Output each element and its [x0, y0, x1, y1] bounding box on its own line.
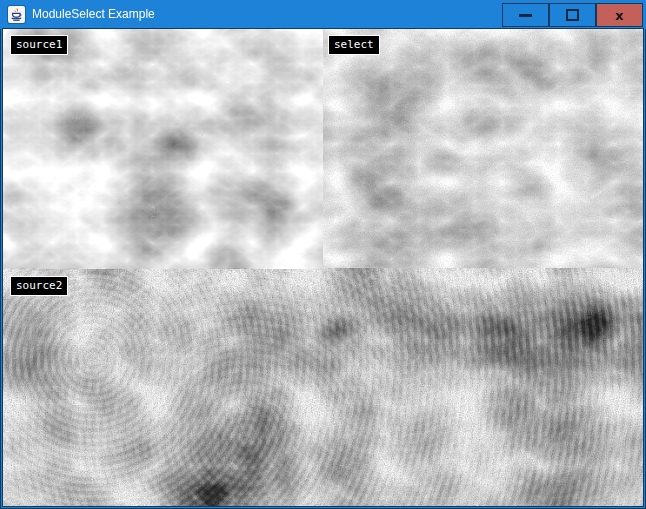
close-button[interactable]: x — [596, 3, 643, 27]
window-title: ModuleSelect Example — [32, 7, 155, 22]
maximize-button[interactable] — [549, 3, 596, 27]
maximize-icon — [566, 9, 579, 21]
source2-noise-image — [3, 268, 643, 506]
app-window: ModuleSelect Example x — [0, 0, 646, 509]
source2-label: source2 — [10, 276, 68, 296]
java-coffee-cup-glyph — [9, 7, 24, 22]
minimize-icon — [519, 14, 532, 17]
source1-noise-image — [3, 29, 323, 269]
client-area: source1 select source2 — [3, 29, 643, 506]
window-controls: x — [502, 3, 643, 27]
java-coffee-cup-icon[interactable] — [8, 6, 25, 23]
close-icon: x — [615, 9, 623, 22]
minimize-button[interactable] — [502, 3, 549, 27]
noise-textures — [3, 29, 643, 506]
source1-label: source1 — [10, 35, 68, 55]
select-label: select — [328, 35, 380, 55]
titlebar[interactable]: ModuleSelect Example x — [0, 0, 646, 29]
